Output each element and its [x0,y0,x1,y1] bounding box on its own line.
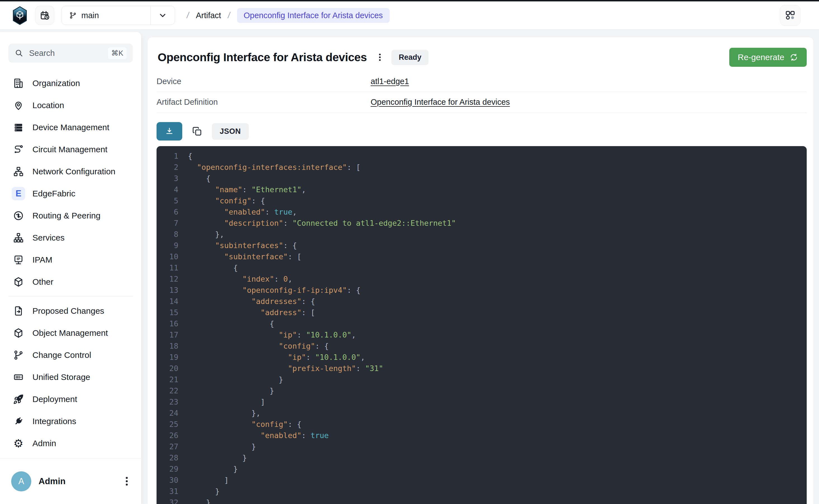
page-title: Openconfig Interface for Arista devices [158,51,367,64]
breadcrumb-separator: / [227,10,231,20]
line-number: 3 [156,174,178,183]
title-actions-kebab-icon[interactable] [377,51,382,64]
sidebar-item-integrations[interactable]: Integrations [0,410,141,432]
user-menu-kebab-icon[interactable] [123,473,130,489]
breadcrumb-item-current[interactable]: Openconfig Interface for Arista devices [237,8,389,23]
line-number: 29 [156,465,178,473]
line-number: 1 [156,152,178,160]
line-number: 4 [156,185,178,194]
app-logo-icon[interactable] [12,6,27,25]
sidebar-item-object-management[interactable]: Object Management [0,322,141,344]
field-row: Deviceatl1-edge1 [156,71,807,92]
breadcrumb-item-artifact[interactable]: Artifact [196,11,221,20]
code-line: 22 } [156,385,807,396]
field-label: Device [156,77,370,86]
code-line: 7 "description": "Connected to atl1-edge… [156,217,807,229]
sidebar-item-circuit-management[interactable]: Circuit Management [0,138,141,160]
branch-name: main [81,11,99,20]
sidebar-item-change-control[interactable]: Change Control [0,344,141,366]
sidebar-item-edgefabric[interactable]: EEdgeFabric [0,182,141,205]
ip-monitor-icon: IP [12,253,25,267]
sidebar-item-label: Circuit Management [32,145,107,154]
sidebar-item-unified-storage[interactable]: Unified Storage [0,366,141,388]
code-text: "address": [ [188,308,315,317]
code-text: "ip": "10.1.0.0", [188,353,365,362]
user-menu[interactable]: A Admin [0,458,141,504]
sidebar-item-ipam[interactable]: IPIPAM [0,249,141,271]
sidebar-item-label: EdgeFabric [32,189,75,198]
sidebar-item-label: Integrations [32,417,76,426]
code-line: 2 "openconfig-interfaces:interface": [ [156,161,807,173]
code-text: "config": { [188,196,265,205]
code-block[interactable]: 1{2 "openconfig-interfaces:interface": [… [156,146,807,504]
branch-dropdown-toggle[interactable] [151,11,175,20]
code-text: "enabled": true, [188,208,297,216]
sidebar-item-label: IPAM [32,255,52,265]
date-selector-button[interactable] [35,6,54,25]
server-icon [12,121,25,134]
regenerate-button[interactable]: Re-generate [729,48,807,67]
code-line: 32 }, [156,497,807,504]
sidebar-item-deployment[interactable]: Deployment [0,388,141,410]
code-line: 5 "config": { [156,195,807,206]
line-number: 23 [156,398,178,406]
sidebar-item-services[interactable]: Services [0,227,141,249]
line-number: 5 [156,196,178,205]
code-text: } [188,386,274,395]
line-number: 8 [156,230,178,239]
line-number: 16 [156,319,178,328]
sidebar-item-label: Device Management [32,123,109,132]
branch-selector[interactable]: main [61,6,175,25]
code-line: 27 } [156,441,807,452]
code-line: 19 "ip": "10.1.0.0", [156,351,807,363]
code-line: 28 } [156,452,807,463]
format-badge[interactable]: JSON [212,123,249,140]
route-icon [12,143,25,156]
sidebar: Search ⌘K OrganizationLocationDevice Man… [0,32,141,504]
code-text: "addresses": { [188,297,315,306]
plug-icon [12,415,25,428]
sidebar-item-label: Location [32,101,64,110]
code-text: ] [188,476,229,484]
copy-button[interactable] [191,125,203,138]
git-branch-icon [69,11,77,19]
code-text: "subinterface": [ [188,252,301,261]
code-line: 4 "name": "Ethernet1", [156,184,807,195]
code-text: } [188,453,247,462]
svg-text:IP: IP [17,257,20,261]
rocket-icon [12,393,25,406]
sidebar-item-proposed-changes[interactable]: Proposed Changes [0,300,141,322]
sidebar-item-network-configuration[interactable]: Network Configuration [0,160,141,182]
line-number: 19 [156,353,178,362]
field-value-link[interactable]: Openconfig Interface for Arista devices [370,98,510,107]
code-line: 8 }, [156,229,807,240]
search-input[interactable]: Search ⌘K [8,44,133,63]
sidebar-item-device-management[interactable]: Device Management [0,116,141,138]
regenerate-label: Re-generate [738,53,784,62]
line-number: 9 [156,241,178,250]
line-number: 22 [156,386,178,395]
sidebar-item-location[interactable]: Location [0,94,141,116]
topology-view-button[interactable] [780,5,801,26]
download-button[interactable] [156,122,182,141]
code-line: 29 } [156,463,807,474]
sidebar-item-routing-peering[interactable]: Routing & Peering [0,205,141,227]
code-text: { [188,263,238,272]
code-line: 24 }, [156,407,807,419]
line-number: 26 [156,431,178,440]
code-line: 1{ [156,150,807,161]
line-number: 30 [156,476,178,484]
code-line: 20 "prefix-length": "31" [156,363,807,374]
code-line: 23 ] [156,396,807,407]
sidebar-item-organization[interactable]: Organization [0,72,141,94]
code-lines: 1{2 "openconfig-interfaces:interface": [… [156,150,807,504]
line-number: 32 [156,498,178,504]
sidebar-item-label: Organization [32,79,80,88]
sidebar-item-other[interactable]: Other [0,271,141,293]
main-panel: Openconfig Interface for Arista devices … [147,37,814,504]
line-number: 25 [156,420,178,429]
search-placeholder: Search [29,49,102,58]
field-value-link[interactable]: atl1-edge1 [370,77,409,86]
code-line: 9 "subinterfaces": { [156,240,807,251]
sidebar-item-admin[interactable]: ⚙Admin [0,432,141,454]
